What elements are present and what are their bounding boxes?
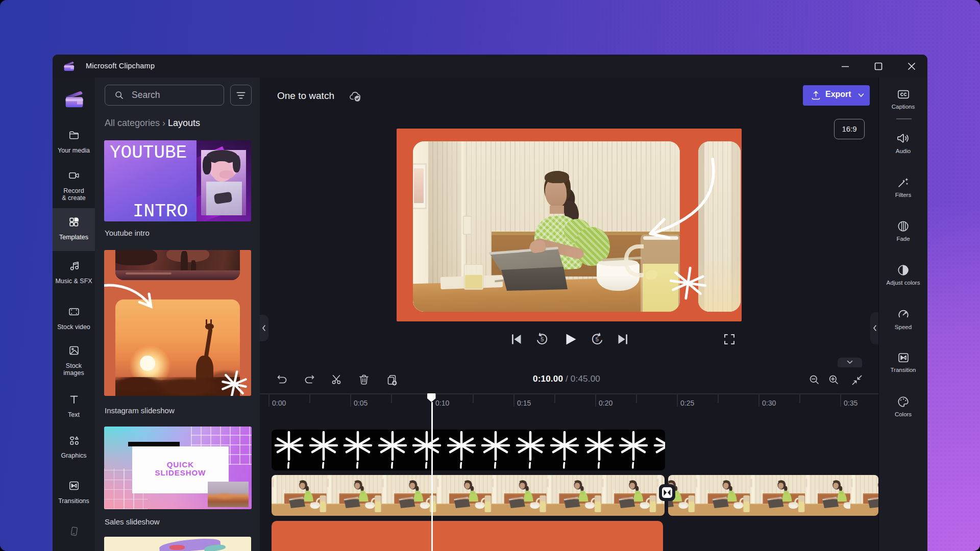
svg-text:5: 5 (541, 336, 544, 342)
svg-text:5: 5 (596, 336, 599, 342)
